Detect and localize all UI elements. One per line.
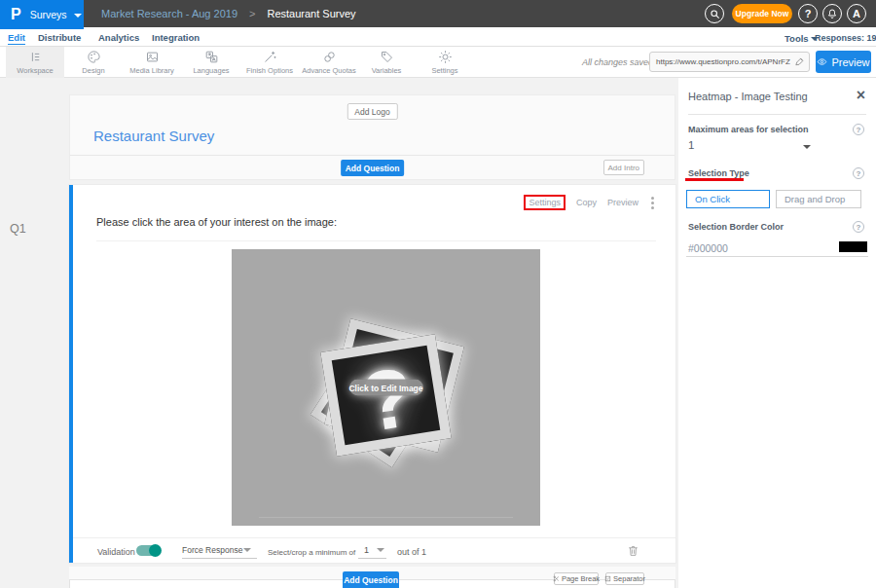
question-more-menu[interactable] xyxy=(651,197,654,209)
add-question-button-bottom[interactable]: Add Question xyxy=(343,571,399,588)
chevron-down-icon xyxy=(74,14,82,18)
toolbar-item-label: Languages xyxy=(193,66,229,75)
border-color-help-icon[interactable]: ? xyxy=(853,221,864,233)
toolbar-item-label: Finish Options xyxy=(246,66,293,75)
minimum-select-caret-icon xyxy=(377,548,384,552)
validation-toggle[interactable] xyxy=(136,545,161,556)
panel-close-button[interactable]: × xyxy=(857,88,865,103)
toolbar-item-settings[interactable]: Settings xyxy=(416,47,474,78)
breadcrumb: Market Research - Aug 2019 > Restaurant … xyxy=(101,0,356,27)
checkbox-icon xyxy=(604,575,611,582)
question-text-underline xyxy=(96,240,656,241)
delete-question-button[interactable] xyxy=(627,543,639,560)
app-root: Market Research - Aug 2019 > Restaurant … xyxy=(0,0,876,588)
minimum-select-dropdown[interactable]: 1 xyxy=(358,545,386,559)
toolbar-item-finish-options[interactable]: Finish Options xyxy=(240,47,299,78)
validation-row: Validation Force Response Select/crop a … xyxy=(73,537,675,563)
media-library-icon xyxy=(145,50,160,64)
force-response-caret-icon xyxy=(243,548,251,552)
edit-url-icon[interactable] xyxy=(794,56,805,67)
toolbar-item-languages[interactable]: Languages xyxy=(182,47,240,78)
max-areas-help-icon[interactable]: ? xyxy=(853,124,864,135)
breadcrumb-parent[interactable]: Market Research - Aug 2019 xyxy=(101,8,237,19)
product-name: Surveys xyxy=(30,9,67,20)
toolbar-item-label: Advance Quotas xyxy=(302,66,355,75)
survey-header-card: Add Logo Restaurant Survey Add Question … xyxy=(69,94,675,180)
page-break-button[interactable]: Page Break xyxy=(554,572,599,585)
toolbar-item-advance-quotas[interactable]: Advance Quotas xyxy=(300,47,358,78)
toolbar-item-label: Design xyxy=(82,66,104,75)
languages-icon xyxy=(204,50,219,64)
bell-icon xyxy=(826,8,838,19)
scissors-icon xyxy=(553,575,560,582)
toolbar-item-design[interactable]: Design xyxy=(64,47,123,78)
selection-type-help-icon[interactable]: ? xyxy=(853,167,864,179)
add-logo-button[interactable]: Add Logo xyxy=(347,103,397,120)
question-settings-button[interactable]: Settings xyxy=(524,195,566,210)
heatmap-image-placeholder[interactable]: ? Click to Edit Image xyxy=(232,249,540,526)
border-color-value[interactable]: #000000 xyxy=(688,242,728,254)
search-button[interactable] xyxy=(705,4,724,23)
toolbar-item-label: Media Library xyxy=(129,66,173,75)
question-settings-panel: Heatmap - Image Testing × Maximum areas … xyxy=(678,78,876,588)
survey-divider xyxy=(70,155,675,156)
page-break-label: Page Break xyxy=(562,574,600,583)
tools-label: Tools xyxy=(785,33,809,44)
drag-and-drop-option[interactable]: Drag and Drop xyxy=(776,190,861,208)
max-areas-dropdown[interactable]: 1 xyxy=(688,139,694,151)
separator-label: Separator xyxy=(613,574,645,583)
toolbar-item-variables[interactable]: Variables xyxy=(357,47,416,78)
out-of-label: out of 1 xyxy=(397,547,426,557)
border-color-label: Selection Border Color xyxy=(688,222,784,232)
add-intro-button[interactable]: Add Intro xyxy=(603,160,644,175)
questionpro-logo: P xyxy=(11,6,21,23)
notifications-button[interactable] xyxy=(822,4,842,23)
tools-menu[interactable]: Tools xyxy=(785,33,819,44)
help-button[interactable]: ? xyxy=(798,4,818,23)
top-navbar: Market Research - Aug 2019 > Restaurant … xyxy=(0,0,876,27)
survey-title[interactable]: Restaurant Survey xyxy=(93,128,214,144)
survey-url-field[interactable]: https://www.questionpro.com/t/APNrFZ xyxy=(649,52,810,72)
toolbar-item-label: Workspace xyxy=(17,66,53,75)
separator-button[interactable]: Separator xyxy=(605,572,644,585)
panel-title: Heatmap - Image Testing xyxy=(688,91,808,102)
question-preview-button[interactable]: Preview xyxy=(607,198,639,207)
help-icon: ? xyxy=(805,8,812,19)
tab-distribute[interactable]: Distribute xyxy=(38,32,81,43)
force-response-dropdown[interactable]: Force Response xyxy=(182,545,257,559)
question-copy-button[interactable]: Copy xyxy=(576,198,597,207)
max-areas-caret-icon xyxy=(803,145,811,149)
minimum-select-label: Select/crop a minimum of xyxy=(268,548,355,557)
validation-label: Validation xyxy=(97,547,135,557)
toggle-knob xyxy=(149,544,162,557)
upgrade-now-button[interactable]: Upgrade Now xyxy=(732,4,792,23)
section-tabs: Edit Distribute Analytics Integration To… xyxy=(0,27,876,47)
eye-icon xyxy=(817,56,827,67)
click-to-edit-image-button[interactable]: Click to Edit Image xyxy=(349,380,423,396)
preview-button[interactable]: Preview xyxy=(816,51,871,73)
design-icon xyxy=(87,50,101,64)
brand-menu[interactable]: P Surveys xyxy=(0,0,84,29)
search-icon xyxy=(710,9,720,19)
selection-type-label: Selection Type xyxy=(688,168,749,178)
toolbar-item-label: Variables xyxy=(372,66,402,75)
save-status: All changes saved xyxy=(582,57,653,67)
selection-type-red-underline xyxy=(685,178,744,181)
tab-integration[interactable]: Integration xyxy=(152,32,200,43)
question-text[interactable]: Please click the area of your interest o… xyxy=(96,216,337,228)
add-question-button-top[interactable]: Add Question xyxy=(341,160,405,176)
toolbar-item-media-library[interactable]: Media Library xyxy=(123,47,181,78)
border-color-swatch[interactable] xyxy=(839,241,867,252)
tab-analytics[interactable]: Analytics xyxy=(98,32,139,43)
breadcrumb-current: Restaurant Survey xyxy=(267,8,355,19)
trash-icon xyxy=(627,543,639,558)
avatar-initial: A xyxy=(853,8,860,19)
avatar[interactable]: A xyxy=(847,4,866,23)
tab-edit[interactable]: Edit xyxy=(8,32,25,45)
toolbar-item-workspace[interactable]: Workspace xyxy=(6,47,64,78)
survey-url-value: https://www.questionpro.com/t/APNrFZ xyxy=(650,57,790,66)
responses-count[interactable]: Responses: 19 xyxy=(815,33,876,43)
advance-quotas-icon xyxy=(322,50,337,64)
on-click-option[interactable]: On Click xyxy=(686,190,770,208)
minimum-select-value: 1 xyxy=(364,545,369,555)
